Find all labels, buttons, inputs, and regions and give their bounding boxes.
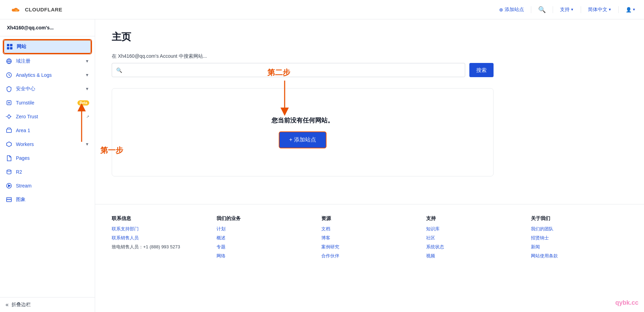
svg-rect-3	[10, 47, 12, 49]
chevron-down-icon: ▼	[85, 59, 89, 64]
more-icon	[6, 196, 12, 203]
sidebar-item-area1-label: Area 1	[16, 128, 89, 133]
chevron-down-icon: ▼	[570, 8, 574, 11]
sidebar-item-security[interactable]: 安全中心 ▼	[0, 82, 95, 96]
sidebar-item-turnstile[interactable]: Turnstile Beta	[0, 96, 95, 110]
footer-business-plans[interactable]: 计划	[217, 226, 313, 232]
sidebar-item-domain[interactable]: 域注册 ▼	[0, 54, 95, 68]
top-navigation: CLOUDFLARE ⊕ 添加站点 🔍 支持 ▼ 简体中文 ▼ 👤 ▼	[0, 0, 644, 19]
main-content-area: 主页 在 Xh4160@qq.com's Account 中搜索网站... 🔍 …	[95, 19, 644, 312]
workers-icon	[6, 141, 12, 148]
footer-about-terms[interactable]: 网站使用条款	[531, 253, 627, 259]
footer: 联系信息 联系支持部门 联系销售人员 致电销售人员：+1 (888) 993 5…	[95, 204, 644, 273]
sidebar-item-workers[interactable]: Workers ▼	[0, 137, 95, 151]
main-inner: 主页 在 Xh4160@qq.com's Account 中搜索网站... 🔍 …	[95, 19, 510, 204]
support-button[interactable]: 支持 ▼	[560, 7, 574, 13]
footer-resources-case-studies[interactable]: 案例研究	[321, 244, 418, 250]
search-icon: 🔍	[116, 67, 122, 73]
sidebar-item-pages[interactable]: Pages	[0, 151, 95, 165]
main-layout: Xh4160@qq.com's... 网站 域注册 ▼	[0, 19, 644, 312]
footer-resources-heading: 资源	[321, 215, 418, 222]
sidebar-item-stream-label: Stream	[16, 183, 89, 189]
logo[interactable]: CLOUDFLARE	[8, 4, 62, 15]
arrow-step1-icon	[95, 104, 95, 145]
footer-resources-partners[interactable]: 合作伙伴	[321, 253, 418, 259]
search-label: 在 Xh4160@qq.com's Account 中搜索网站...	[112, 53, 494, 59]
search-input[interactable]	[122, 64, 461, 76]
footer-col-about: 关于我们 我们的团队 招贤纳士 新闻 网站使用条款	[531, 215, 627, 262]
r2-icon	[6, 168, 12, 175]
footer-about-heading: 关于我们	[531, 215, 627, 222]
sidebar-item-zerotrust-label: Zero Trust	[16, 114, 83, 119]
sidebar-item-r2[interactable]: R2	[0, 165, 95, 179]
sidebar-item-sites[interactable]: 网站	[3, 39, 92, 54]
language-selector[interactable]: 简体中文 ▼	[588, 7, 611, 13]
search-row: 🔍 搜索	[112, 63, 494, 77]
footer-business-heading: 我们的业务	[217, 215, 313, 222]
sidebar-item-workers-label: Workers	[16, 141, 82, 147]
grid-icon	[6, 43, 13, 50]
footer-col-business: 我们的业务 计划 概述 专题 网络	[217, 215, 313, 262]
footer-support-kb[interactable]: 知识库	[426, 226, 523, 232]
footer-support-community[interactable]: 社区	[426, 235, 523, 241]
footer-col-contact: 联系信息 联系支持部门 联系销售人员 致电销售人员：+1 (888) 993 5…	[112, 215, 208, 262]
footer-business-network[interactable]: 网络	[217, 253, 313, 259]
svg-marker-13	[8, 185, 10, 187]
zerotrust-icon	[6, 113, 12, 120]
divider4	[618, 6, 619, 13]
footer-contact-heading: 联系信息	[112, 215, 208, 222]
empty-sites-box: 您当前没有任何网站。 + 添加站点	[112, 88, 494, 176]
sidebar-item-zerotrust[interactable]: Zero Trust ↗	[0, 110, 95, 123]
add-site-topnav-button[interactable]: ⊕ 添加站点	[499, 7, 524, 13]
footer-support-video[interactable]: 视频	[426, 253, 523, 259]
chevron-down-icon: ▼	[632, 8, 636, 11]
area1-icon	[6, 127, 12, 134]
collapse-icon: «	[6, 302, 9, 308]
divider2	[553, 6, 553, 13]
turnstile-icon	[6, 99, 12, 106]
chevron-down-icon: ▼	[85, 73, 89, 77]
sidebar: Xh4160@qq.com's... 网站 域注册 ▼	[0, 19, 95, 312]
cloudflare-logo-icon	[8, 4, 22, 15]
footer-business-overview[interactable]: 概述	[217, 235, 313, 241]
sidebar-collapse-button[interactable]: « 折叠边栏	[0, 297, 95, 312]
plus-icon: ⊕	[499, 7, 503, 12]
footer-support-heading: 支持	[426, 215, 523, 222]
add-site-main-button[interactable]: + 添加站点	[279, 131, 326, 148]
account-icon: 👤	[626, 7, 632, 12]
footer-about-team[interactable]: 我们的团队	[531, 226, 627, 232]
footer-contact-sales[interactable]: 联系销售人员	[112, 235, 208, 241]
page-title: 主页	[112, 30, 494, 44]
sidebar-item-pages-label: Pages	[16, 155, 89, 161]
sidebar-item-domain-label: 域注册	[16, 58, 82, 64]
account-button[interactable]: 👤 ▼	[626, 7, 636, 12]
sidebar-item-sites-label: 网站	[17, 44, 89, 50]
globe-icon	[6, 58, 12, 65]
sidebar-item-analytics[interactable]: Analytics & Logs ▼	[0, 68, 95, 82]
pages-icon	[6, 155, 12, 162]
svg-rect-2	[7, 47, 9, 49]
footer-about-news[interactable]: 新闻	[531, 244, 627, 250]
footer-resources-docs[interactable]: 文档	[321, 226, 418, 232]
sidebar-navigation: 网站 域注册 ▼ Analytics & Logs ▼	[0, 36, 95, 297]
footer-resources-blog[interactable]: 博客	[321, 235, 418, 241]
sidebar-item-r2-label: R2	[16, 169, 89, 175]
sidebar-item-analytics-label: Analytics & Logs	[16, 72, 82, 78]
sidebar-item-stream[interactable]: Stream	[0, 179, 95, 193]
footer-about-careers[interactable]: 招贤纳士	[531, 235, 627, 241]
shield-icon	[6, 85, 12, 92]
empty-text: 您当前没有任何网站。	[126, 116, 479, 125]
topnav-right: ⊕ 添加站点 🔍 支持 ▼ 简体中文 ▼ 👤 ▼	[499, 6, 636, 13]
add-site-label: 添加站点	[505, 7, 524, 13]
sidebar-item-more[interactable]: 图象	[0, 193, 95, 207]
search-topnav-icon[interactable]: 🔍	[538, 6, 546, 13]
footer-contact-support[interactable]: 联系支持部门	[112, 226, 208, 232]
sidebar-item-area1[interactable]: Area 1	[0, 123, 95, 137]
svg-point-11	[7, 170, 11, 171]
svg-rect-1	[10, 44, 12, 46]
svg-rect-0	[7, 44, 9, 46]
footer-business-features[interactable]: 专题	[217, 244, 313, 250]
sidebar-item-security-label: 安全中心	[16, 86, 82, 92]
search-button[interactable]: 搜索	[469, 63, 494, 77]
footer-support-status[interactable]: 系统状态	[426, 244, 523, 250]
